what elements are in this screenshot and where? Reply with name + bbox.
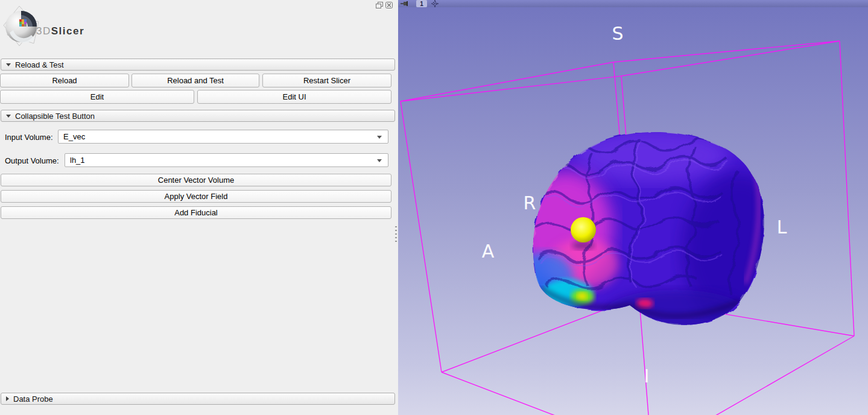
application-window: 3DSlicer Reload & Test Reload Reload and…	[0, 0, 868, 415]
float-window-icon[interactable]	[376, 1, 384, 8]
edit-button[interactable]: Edit	[0, 90, 194, 104]
button-label: Reload and Test	[167, 76, 224, 85]
apply-vector-field-button[interactable]: Apply Vector Field	[1, 190, 391, 203]
center-vector-volume-button[interactable]: Center Vector Volume	[1, 174, 391, 186]
restart-slicer-button[interactable]: Restart Slicer	[262, 74, 391, 87]
input-volume-label: Input Volume:	[5, 133, 53, 142]
logo-title: 3DSlicer	[36, 25, 84, 37]
orientation-label-superior: S	[612, 23, 623, 44]
orientation-label-right: R	[524, 192, 536, 214]
view-controller-bar[interactable]: 1	[398, 0, 868, 7]
combo-arrow-icon	[377, 136, 382, 139]
button-label: Edit	[90, 92, 104, 101]
logo-slicer: Slicer	[51, 25, 84, 37]
crosshair-icon[interactable]	[431, 0, 439, 7]
collapse-arrow-icon	[6, 115, 11, 118]
scroll-grip[interactable]	[395, 226, 397, 242]
button-label: Center Vector Volume	[158, 176, 234, 185]
section-label: Collapsible Test Button	[15, 112, 95, 121]
module-panel: 3DSlicer Reload & Test Reload Reload and…	[0, 0, 398, 415]
reload-and-test-button[interactable]: Reload and Test	[131, 74, 259, 87]
button-label: Edit UI	[282, 92, 306, 101]
slicer-logo: 3DSlicer	[1, 4, 140, 51]
button-label: Reload	[52, 76, 77, 85]
view-label-badge[interactable]: 1	[416, 0, 427, 7]
3d-render-canvas[interactable]: S R A L I	[398, 0, 868, 415]
edit-ui-button[interactable]: Edit UI	[197, 90, 391, 104]
fiducial-marker[interactable]	[571, 217, 596, 250]
input-volume-combobox[interactable]: E_vec	[58, 130, 388, 144]
orientation-label-inferior: I	[644, 366, 650, 387]
button-label: Restart Slicer	[303, 76, 350, 85]
output-volume-combobox[interactable]: lh_1	[65, 153, 388, 167]
combo-value: E_vec	[63, 132, 85, 141]
output-volume-label: Output Volume:	[5, 156, 59, 165]
combo-value: lh_1	[70, 156, 85, 165]
button-label: Apply Vector Field	[165, 192, 228, 201]
button-label: Add Fiducial	[174, 208, 218, 217]
section-header-collapsible-test[interactable]: Collapsible Test Button	[1, 110, 395, 122]
pushpin-icon[interactable]	[401, 0, 408, 7]
section-header-reload-test[interactable]: Reload & Test	[1, 59, 395, 71]
collapse-arrow-icon	[6, 63, 11, 66]
expand-arrow-icon	[6, 396, 9, 401]
section-label: Data Probe	[13, 394, 53, 404]
orientation-label-left: L	[777, 217, 787, 238]
reload-button[interactable]: Reload	[0, 74, 129, 87]
logo-3d: 3D	[36, 25, 51, 37]
section-header-data-probe[interactable]: Data Probe	[1, 393, 395, 405]
orientation-label-anterior: A	[482, 241, 495, 262]
combo-arrow-icon	[377, 159, 382, 162]
close-icon[interactable]	[385, 1, 393, 8]
add-fiducial-button[interactable]: Add Fiducial	[1, 206, 391, 219]
3d-viewport[interactable]: 1	[398, 0, 868, 415]
section-label: Reload & Test	[15, 60, 64, 69]
